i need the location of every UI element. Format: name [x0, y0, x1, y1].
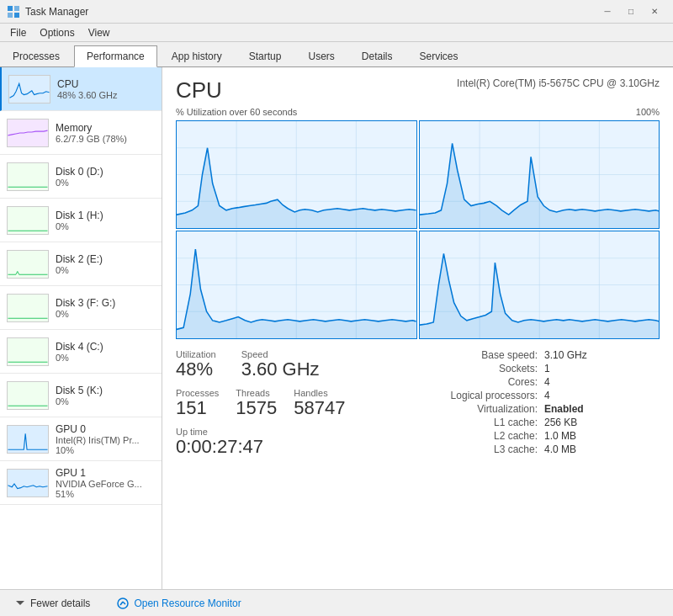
monitor-icon — [117, 597, 129, 609]
virt-value: Enabled — [544, 403, 584, 415]
app-title: Task Manager — [25, 6, 596, 18]
disk0-label: Disk 0 (D:) — [56, 166, 103, 178]
tab-app-history[interactable]: App history — [159, 45, 235, 66]
svg-line-35 — [123, 602, 125, 604]
tab-startup[interactable]: Startup — [236, 45, 294, 66]
chevron-down-icon — [15, 598, 25, 608]
tab-processes[interactable]: Processes — [0, 45, 72, 66]
app-icon — [7, 5, 20, 19]
handles-group: Handles 58747 — [294, 388, 345, 418]
menu-options[interactable]: Options — [33, 25, 81, 40]
specs-l3: L3 cache: 4.0 MB — [437, 443, 587, 455]
sidebar-item-disk3[interactable]: Disk 3 (F: G:) 0% — [0, 286, 162, 330]
specs-virt: Virtualization: Enabled — [437, 403, 587, 415]
disk2-thumbnail — [7, 250, 49, 279]
specs-logical: Logical processors: 4 — [437, 390, 587, 401]
disk2-info: Disk 2 (E:) 0% — [56, 253, 103, 275]
sidebar-item-disk4[interactable]: Disk 4 (C:) 0% — [0, 330, 162, 374]
maximize-button[interactable]: □ — [619, 3, 643, 20]
sidebar-item-memory[interactable]: Memory 6.2/7.9 GB (78%) — [0, 111, 162, 155]
specs-cores: Cores: 4 — [437, 376, 587, 388]
menubar: File Options View — [0, 24, 673, 42]
speed-group: Speed 3.60 GHz — [241, 349, 320, 380]
svg-marker-32 — [16, 601, 24, 605]
disk0-thumbnail — [7, 162, 49, 191]
sidebar-item-gpu1[interactable]: GPU 1 NVIDIA GeForce G...51% — [0, 461, 162, 505]
tab-details[interactable]: Details — [349, 45, 405, 66]
fewer-details-button[interactable]: Fewer details — [10, 594, 95, 613]
cpu-stat: 48% 3.60 GHz — [57, 90, 118, 100]
sidebar-item-cpu[interactable]: CPU 48% 3.60 GHz — [0, 67, 162, 111]
svg-rect-0 — [8, 6, 13, 11]
close-button[interactable]: ✕ — [643, 3, 666, 20]
svg-rect-1 — [14, 6, 19, 11]
threads-value: 1575 — [236, 398, 277, 418]
tab-performance[interactable]: Performance — [74, 45, 157, 67]
disk3-info: Disk 3 (F: G:) 0% — [56, 297, 115, 319]
cpu-thumbnail — [8, 75, 50, 104]
memory-info: Memory 6.2/7.9 GB (78%) — [56, 122, 127, 144]
cpu-label: CPU — [57, 78, 118, 90]
disk4-info: Disk 4 (C:) 0% — [56, 341, 103, 363]
l2-value: 1.0 MB — [544, 430, 576, 442]
memory-label: Memory — [56, 122, 127, 134]
specs-table: Base speed: 3.10 GHz Sockets: 1 Cores: 4… — [437, 349, 587, 457]
disk4-stat: 0% — [56, 353, 103, 363]
disk3-thumbnail — [7, 294, 49, 322]
main-area: CPU 48% 3.60 GHz Memory 6.2/7.9 GB (78%)… — [0, 67, 673, 589]
disk1-info: Disk 1 (H:) 0% — [56, 210, 103, 231]
disk1-label: Disk 1 (H:) — [56, 210, 103, 221]
specs-base-speed: Base speed: 3.10 GHz — [437, 349, 587, 361]
disk4-label: Disk 4 (C:) — [56, 341, 103, 353]
window-controls: ─ □ ✕ — [596, 3, 666, 20]
minimize-button[interactable]: ─ — [596, 3, 619, 20]
disk1-thumbnail — [7, 206, 49, 235]
sockets-label: Sockets: — [437, 363, 538, 374]
memory-stat: 6.2/7.9 GB (78%) — [56, 134, 127, 144]
uptime-value: 0:00:27:47 — [176, 437, 411, 457]
content-subtitle: Intel(R) Core(TM) i5-5675C CPU @ 3.10GHz — [457, 77, 660, 89]
sidebar-item-disk5[interactable]: Disk 5 (K:) 0% — [0, 374, 162, 417]
tab-services[interactable]: Services — [407, 45, 471, 66]
specs-sockets: Sockets: 1 — [437, 363, 587, 374]
open-resource-monitor-button[interactable]: Open Resource Monitor — [112, 594, 246, 613]
memory-thumbnail — [7, 119, 49, 147]
left-stats: Utilization 48% Speed 3.60 GHz Processes… — [176, 349, 411, 458]
chart-max-label: 100% — [636, 107, 660, 117]
svg-point-33 — [118, 598, 128, 608]
titlebar: Task Manager ─ □ ✕ — [0, 0, 673, 24]
chart-label-row: % Utilization over 60 seconds 100% — [176, 107, 660, 117]
tab-users[interactable]: Users — [295, 45, 347, 66]
utilization-speed-row: Utilization 48% Speed 3.60 GHz — [176, 349, 411, 380]
menu-view[interactable]: View — [82, 25, 117, 40]
speed-value: 3.60 GHz — [241, 359, 320, 380]
svg-rect-3 — [14, 13, 19, 18]
sidebar-item-disk0[interactable]: Disk 0 (D:) 0% — [0, 155, 162, 199]
l3-value: 4.0 MB — [544, 443, 576, 455]
tabs-bar: Processes Performance App history Startu… — [0, 42, 673, 67]
processes-group: Processes 151 — [176, 388, 219, 418]
gpu0-stat: Intel(R) Iris(TM) Pr...10% — [56, 435, 140, 455]
fewer-details-label: Fewer details — [30, 597, 90, 609]
sidebar-item-disk1[interactable]: Disk 1 (H:) 0% — [0, 199, 162, 242]
gpu0-info: GPU 0 Intel(R) Iris(TM) Pr...10% — [56, 423, 140, 455]
disk5-label: Disk 5 (K:) — [56, 385, 103, 396]
content-title: CPU — [176, 77, 222, 104]
l1-value: 256 KB — [544, 417, 577, 428]
disk0-info: Disk 0 (D:) 0% — [56, 166, 103, 188]
cpu-chart-0 — [176, 120, 417, 229]
cores-value: 4 — [544, 376, 550, 388]
base-speed-value: 3.10 GHz — [544, 349, 587, 361]
disk5-info: Disk 5 (K:) 0% — [56, 385, 103, 406]
processes-value: 151 — [176, 398, 219, 418]
cpu-chart-1 — [419, 120, 660, 229]
sidebar-item-disk2[interactable]: Disk 2 (E:) 0% — [0, 242, 162, 286]
virt-label: Virtualization: — [437, 403, 538, 415]
cpu-chart-3 — [419, 231, 660, 339]
handles-value: 58747 — [294, 398, 345, 418]
content-header: CPU Intel(R) Core(TM) i5-5675C CPU @ 3.1… — [176, 77, 660, 104]
bottombar: Fewer details Open Resource Monitor — [0, 589, 673, 616]
logical-label: Logical processors: — [437, 390, 538, 401]
sidebar-item-gpu0[interactable]: GPU 0 Intel(R) Iris(TM) Pr...10% — [0, 417, 162, 461]
menu-file[interactable]: File — [3, 25, 33, 40]
